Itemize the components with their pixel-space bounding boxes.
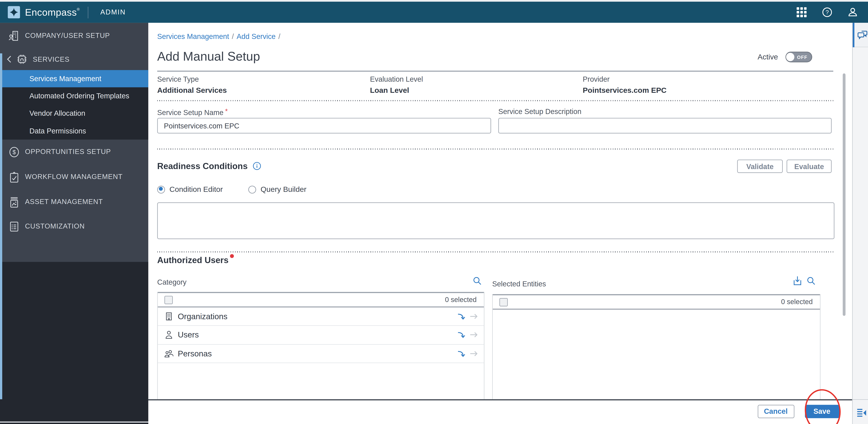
section-divider: [157, 100, 833, 101]
sidebar-item-vendor-allocation[interactable]: Vendor Allocation: [0, 105, 148, 122]
company-user-icon: [8, 30, 20, 41]
services-subpanel: Services Management Automated Ordering T…: [0, 70, 148, 139]
info-icon[interactable]: [253, 162, 261, 170]
select-all-checkbox[interactable]: [499, 298, 508, 306]
app-label: ADMIN: [100, 8, 126, 16]
svg-text:$: $: [12, 149, 16, 156]
right-utility-rail: [852, 23, 868, 424]
chat-icon: [857, 30, 867, 40]
customization-list-icon: [8, 221, 20, 232]
top-edge-strip: [0, 0, 868, 2]
required-asterisk: *: [225, 107, 228, 115]
category-row-personas[interactable]: Personas: [158, 345, 484, 363]
category-panel: 0 selected Organizations: [157, 292, 485, 399]
sidebar-section-services[interactable]: SERVICES: [0, 48, 148, 70]
main-content: Services Management/Add Service/ Add Man…: [148, 23, 852, 399]
application-window: Encompass® ADMIN ?: [0, 0, 868, 424]
tab-active-accent: [852, 23, 854, 47]
sidebar-item-label: WORKFLOW MANAGEMENT: [25, 173, 123, 181]
search-icon[interactable]: [473, 276, 482, 285]
clipboard-check-icon: [8, 171, 20, 183]
sidebar-item-opportunities-setup[interactable]: $ OPPORTUNITIES SETUP: [0, 139, 148, 164]
user-avatar-icon[interactable]: [848, 7, 858, 18]
arrow-right-icon[interactable]: [469, 331, 478, 339]
sidebar-active-section-strip: [0, 53, 2, 399]
evaluate-button[interactable]: Evaluate: [786, 160, 832, 173]
service-setup-name-input[interactable]: [157, 118, 491, 134]
meta-provider: Provider Pointservices.com EPC: [583, 75, 796, 94]
sidebar-item-company-user-setup[interactable]: COMPANY/USER SETUP: [0, 23, 148, 48]
move-into-icon[interactable]: [457, 312, 466, 321]
breadcrumb-separator: /: [278, 32, 280, 41]
help-icon[interactable]: ?: [823, 7, 832, 18]
service-meta-row: Service Type Additional Services Evaluat…: [157, 75, 833, 94]
section-divider: [157, 251, 833, 252]
condition-editor-radio[interactable]: [157, 186, 165, 193]
section-divider: [157, 148, 833, 149]
sidebar-item-label: OPPORTUNITIES SETUP: [25, 148, 111, 156]
chat-panel-tab[interactable]: [852, 23, 868, 47]
service-setup-description-label: Service Setup Description: [498, 107, 581, 116]
encompass-logo-icon[interactable]: [8, 6, 20, 18]
category-selected-count: 0 selected: [445, 296, 476, 304]
category-row-users[interactable]: Users: [158, 326, 484, 345]
move-into-icon[interactable]: [457, 331, 466, 339]
sidebar-item-services-management[interactable]: Services Management: [0, 70, 148, 87]
breadcrumb-link-add-service[interactable]: Add Service: [237, 32, 276, 41]
sidebar-item-automated-ordering-templates[interactable]: Automated Ordering Templates: [0, 87, 148, 105]
arrow-right-icon[interactable]: [469, 312, 478, 321]
title-divider: [157, 70, 833, 72]
service-setup-description-input[interactable]: [498, 118, 832, 134]
sidebar-item-workflow-management[interactable]: WORKFLOW MANAGEMENT: [0, 164, 148, 190]
sidebar-navigation: COMPANY/USER SETUP SERVICES Services Man…: [0, 23, 148, 424]
toggle-knob: [786, 53, 795, 61]
sidebar-item-customization[interactable]: CUSTOMIZATION: [0, 215, 148, 238]
brand-name: Encompass®: [25, 6, 80, 18]
app-grid-icon[interactable]: [797, 7, 807, 18]
condition-editor-textarea[interactable]: [157, 202, 835, 239]
active-toggle[interactable]: OFF: [785, 52, 812, 62]
readiness-conditions-heading: Readiness Conditions: [157, 161, 261, 171]
download-icon[interactable]: [793, 276, 802, 286]
readiness-mode-radios: Condition Editor Query Builder: [157, 185, 307, 194]
cancel-button[interactable]: Cancel: [757, 405, 794, 418]
breadcrumb: Services Management/Add Service/: [157, 32, 283, 41]
condition-editor-label: Condition Editor: [169, 185, 223, 194]
building-icon: [164, 312, 173, 321]
selected-entities-count: 0 selected: [781, 298, 813, 306]
meta-service-type: Service Type Additional Services: [157, 75, 370, 94]
sidebar-filler: [0, 262, 148, 421]
arrow-right-icon[interactable]: [469, 349, 478, 358]
footer-top-border: [148, 399, 852, 400]
user-icon: [164, 331, 173, 339]
validate-button[interactable]: Validate: [737, 160, 783, 173]
category-row-organizations[interactable]: Organizations: [158, 308, 484, 326]
select-all-checkbox[interactable]: [164, 295, 173, 304]
sidebar-item-asset-management[interactable]: ASSET MANAGEMENT: [0, 190, 148, 215]
query-builder-radio[interactable]: [248, 186, 256, 193]
chevron-left-icon: [7, 56, 12, 63]
breadcrumb-separator: /: [232, 32, 234, 41]
selected-entities-label: Selected Entities: [492, 280, 546, 288]
page-title: Add Manual Setup: [157, 50, 260, 64]
active-toggle-group: Active OFF: [757, 52, 812, 62]
asset-image-icon: [8, 196, 20, 208]
search-icon[interactable]: [807, 276, 815, 285]
active-label: Active: [757, 53, 778, 61]
top-navigation-bar: Encompass® ADMIN ?: [0, 2, 868, 23]
save-button[interactable]: Save: [805, 405, 839, 418]
people-icon: [164, 349, 173, 358]
category-panel-header: 0 selected: [158, 292, 484, 308]
sidebar-item-data-permissions[interactable]: Data Permissions: [0, 122, 148, 140]
sidebar-item-label: ASSET MANAGEMENT: [25, 198, 103, 206]
sidebar-section-label: SERVICES: [33, 55, 70, 63]
collapse-menu-icon[interactable]: [857, 409, 866, 417]
authorized-users-heading: Authorized Users: [157, 255, 234, 265]
query-builder-label: Query Builder: [260, 185, 306, 194]
services-chip-icon: [16, 53, 28, 65]
move-into-icon[interactable]: [457, 349, 466, 358]
vertical-scrollbar[interactable]: [843, 73, 845, 316]
svg-text:?: ?: [826, 9, 829, 16]
breadcrumb-link-services-management[interactable]: Services Management: [157, 32, 229, 41]
page-footer: Cancel Save: [148, 400, 852, 424]
